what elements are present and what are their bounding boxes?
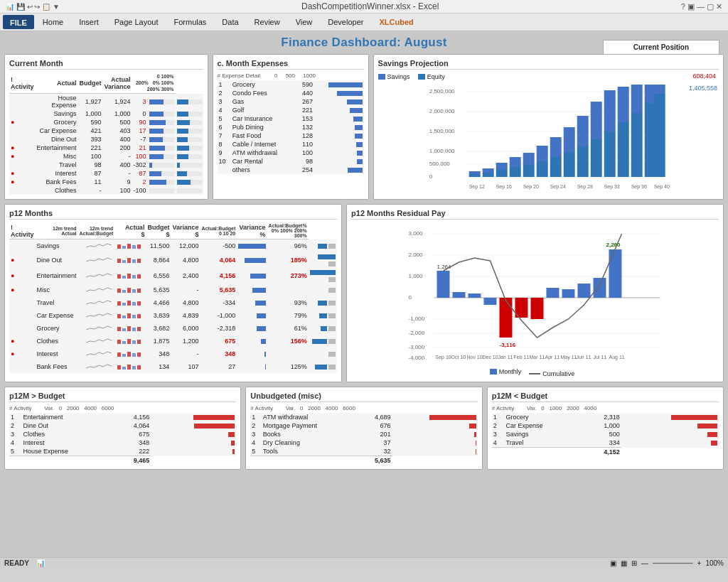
- svg-text:1,500,000: 1,500,000: [429, 128, 454, 134]
- legend-cumulative-line: [529, 373, 540, 374]
- p12-varpct: 185%: [267, 252, 309, 268]
- unbudgeted-table: 1 ATM withdrawal 4,689 2 Mortgage Paymen…: [250, 413, 477, 465]
- p12-header-varpct: Variance%: [237, 222, 267, 239]
- me-num: 8: [218, 140, 231, 149]
- cm-budget: 403: [103, 126, 132, 135]
- tab-view[interactable]: View: [289, 16, 320, 28]
- cm-budget: 100: [103, 186, 132, 195]
- p12-months-title: p12 Months: [9, 209, 337, 220]
- p12-spark-actual: [78, 284, 115, 296]
- cm-variance: 100: [132, 152, 148, 161]
- tab-data[interactable]: Data: [215, 16, 245, 28]
- cm-budget: -: [103, 152, 132, 161]
- cm-activity: Interest: [36, 169, 78, 178]
- svg-text:-2,000: -2,000: [409, 330, 425, 336]
- p12-abpct-bar: [309, 322, 337, 335]
- p12-ab-bar: [237, 239, 267, 253]
- p12-months-panel: p12 Months ! Activity 12m trendActual 12…: [4, 204, 342, 382]
- p12-dot: ●: [9, 309, 36, 322]
- cm-variance: 87: [132, 169, 148, 178]
- svg-rect-54: [137, 244, 141, 249]
- svg-text:Nov 10: Nov 10: [467, 355, 483, 360]
- svg-rect-85: [117, 340, 121, 344]
- p12-header-activity: ! Activity: [9, 222, 36, 239]
- tab-file[interactable]: FILE: [3, 15, 34, 29]
- me-label: Condo Fees: [231, 89, 296, 97]
- svg-rect-31: [590, 102, 601, 139]
- cm-bar-actual: [148, 152, 176, 161]
- tab-formulas[interactable]: Formulas: [166, 16, 213, 28]
- bottom-row: p12M > Budget # Activity Var. 0 2000 400…: [4, 387, 724, 470]
- p12-activity: Grocery: [36, 322, 78, 335]
- p12-dot: ●: [9, 239, 36, 253]
- cm-bar-pct: [176, 144, 203, 152]
- legend-monthly: Monthly: [490, 368, 522, 375]
- cm-variance: 2: [132, 178, 148, 186]
- p12-abpct-bar: [309, 296, 337, 309]
- p12-spark-budget: [114, 322, 146, 335]
- legend-monthly-label: Monthly: [499, 368, 522, 375]
- p12-activity: Clothes: [36, 335, 78, 347]
- svg-rect-84: [137, 327, 141, 331]
- svg-text:Sep 28: Sep 28: [577, 184, 592, 190]
- svg-rect-79: [137, 314, 141, 318]
- p12-dot: ●: [9, 296, 36, 309]
- svg-rect-53: [132, 245, 136, 249]
- tab-pagelayout[interactable]: Page Layout: [107, 16, 166, 28]
- svg-text:Sep 36: Sep 36: [631, 184, 646, 190]
- view-normal-icon[interactable]: ▣: [610, 559, 616, 567]
- svg-rect-97: [127, 365, 131, 370]
- sheet-icon: 📊: [36, 559, 45, 567]
- cm-actual: 221: [78, 144, 103, 152]
- p12-actual: 1,875: [146, 335, 171, 347]
- zoom-out-button[interactable]: —: [641, 559, 648, 567]
- svg-rect-122: [531, 298, 544, 319]
- me-bar: [314, 80, 364, 89]
- tab-xlcubed[interactable]: XLCubed: [372, 16, 420, 28]
- me-num: 1: [218, 80, 231, 89]
- svg-rect-92: [127, 352, 131, 357]
- bp-activity: Dry Cleaning: [262, 438, 360, 447]
- p12-ab-bar: [237, 296, 267, 309]
- me-label: Car Insurance: [231, 114, 296, 123]
- cm-bar-pct: [176, 109, 203, 118]
- svg-rect-19: [509, 157, 520, 167]
- svg-rect-88: [132, 340, 136, 344]
- ready-label: READY: [4, 559, 29, 567]
- zoom-in-button[interactable]: +: [697, 559, 702, 567]
- bp-bar: [621, 413, 719, 421]
- svg-rect-71: [122, 303, 126, 306]
- view-layout-icon[interactable]: ▦: [621, 559, 627, 567]
- svg-rect-14: [482, 173, 493, 177]
- tab-review[interactable]: Review: [247, 16, 287, 28]
- tab-insert[interactable]: Insert: [72, 16, 106, 28]
- cm-variance: 17: [132, 126, 148, 135]
- view-page-icon[interactable]: ⊞: [631, 559, 637, 567]
- bp-bar: [151, 421, 236, 430]
- p12-abpct-bar: [309, 360, 337, 373]
- p12-ab-bar: [237, 360, 267, 373]
- cm-activity: Dine Out: [36, 135, 78, 144]
- tab-developer[interactable]: Developer: [321, 16, 370, 28]
- cp-title: Current Position: [609, 43, 713, 51]
- svg-rect-40: [653, 94, 665, 177]
- bp-var: 222: [114, 447, 151, 456]
- svg-rect-86: [122, 341, 126, 344]
- p12-budget: 2,400: [171, 268, 200, 284]
- cm-actual: 87: [78, 169, 103, 178]
- bp-num: 3: [492, 430, 505, 438]
- bp-bar: [392, 438, 478, 447]
- zoom-slider[interactable]: ────────: [653, 559, 693, 567]
- tab-home[interactable]: Home: [36, 16, 70, 28]
- p12-actual: 348: [146, 347, 171, 360]
- svg-rect-32: [604, 131, 615, 177]
- svg-text:Apr 11: Apr 11: [545, 355, 560, 360]
- p12-spark-budget: [114, 239, 146, 253]
- svg-rect-127: [609, 249, 622, 298]
- bp-num: 4: [9, 438, 21, 447]
- bp-bar: [151, 447, 236, 456]
- cm-bar-actual: [148, 144, 176, 152]
- p12-actual: 6,556: [146, 268, 171, 284]
- cm-variance: -302: [132, 161, 148, 169]
- svg-rect-73: [132, 302, 136, 306]
